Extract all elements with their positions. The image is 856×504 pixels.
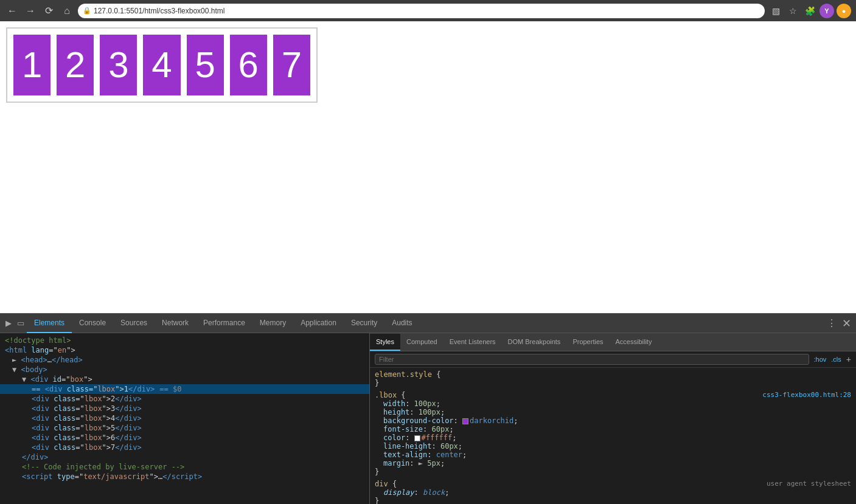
html-panel[interactable]: <!doctype html> <html lang="en"> ► <head… <box>0 333 370 504</box>
tab-application[interactable]: Application <box>293 314 344 333</box>
doctype-text: <!doctype html> <box>5 336 71 345</box>
html-lbox-4[interactable]: <div class="lbox">4</div> <box>0 413 369 423</box>
flex-item-3: 3 <box>100 35 137 95</box>
devtools-toolbar: ▶ ▭ Elements Console Sources Network Per… <box>0 314 856 333</box>
flex-item-2: 2 <box>57 35 94 95</box>
flex-container: 1 2 3 4 5 6 7 <box>6 27 318 103</box>
html-div-close[interactable]: </div> <box>0 452 369 462</box>
back-button[interactable]: ← <box>5 4 19 18</box>
styles-filter-input[interactable] <box>375 354 809 365</box>
styles-tabs: Styles Computed Event Listeners DOM Brea… <box>370 333 856 351</box>
tab-memory[interactable]: Memory <box>252 314 293 333</box>
tab-event-listeners[interactable]: Event Listeners <box>444 334 502 351</box>
css-line-height-prop: line-height <box>375 442 431 450</box>
tab-properties[interactable]: Properties <box>566 334 609 351</box>
hov-button[interactable]: :hov <box>814 356 827 363</box>
cls-button[interactable]: .cls <box>831 356 841 363</box>
tab-dom-breakpoints[interactable]: DOM Breakpoints <box>502 334 567 351</box>
tab-audits[interactable]: Audits <box>385 314 419 333</box>
browser-actions: ▧ ☆ 🧩 Y ● <box>768 4 851 18</box>
styles-content: element.style { } .lbox { css3-flexbox00… <box>370 368 856 504</box>
html-body[interactable]: ▼ <body> <box>0 365 369 375</box>
css-display-prop: display <box>375 488 414 497</box>
devtools-body: <!doctype html> <html lang="en"> ► <head… <box>0 333 856 504</box>
css-text-align-prop: text-align <box>375 450 427 459</box>
flex-item-7: 7 <box>273 35 310 95</box>
html-lbox-6[interactable]: <div class="lbox">6</div> <box>0 433 369 443</box>
tab-security[interactable]: Security <box>344 314 385 333</box>
address-bar[interactable]: 🔒 127.0.0.1:5501/html/css3-flexbox00.htm… <box>78 4 765 18</box>
css-bg-color-prop: background-color <box>375 416 454 425</box>
css-font-size-prop: font-size <box>375 425 423 433</box>
flex-item-4: 4 <box>143 35 180 95</box>
tab-network[interactable]: Network <box>155 314 196 333</box>
extensions-button[interactable]: 🧩 <box>802 4 817 18</box>
tab-elements[interactable]: Elements <box>27 314 72 333</box>
page-content: 1 2 3 4 5 6 7 <box>0 21 856 313</box>
flex-item-5: 5 <box>187 35 224 95</box>
security-icon: 🔒 <box>83 7 91 15</box>
screen-capture-button[interactable]: ▧ <box>768 4 783 18</box>
avatar-y[interactable]: Y <box>819 4 834 18</box>
html-lbox-3[interactable]: <div class="lbox">3</div> <box>0 404 369 413</box>
add-style-button[interactable]: + <box>846 354 851 364</box>
close-devtools-button[interactable]: ✕ <box>839 316 854 331</box>
div-selector: div <box>375 480 388 488</box>
html-script-tag[interactable]: <script type="text/javascript">…</script… <box>0 472 369 482</box>
html-head[interactable]: ► <head>…</head> <box>0 355 369 365</box>
element-style-rule: element.style { } <box>375 370 851 387</box>
html-lbox-7[interactable]: <div class="lbox">7</div> <box>0 443 369 452</box>
styles-filter-bar: :hov .cls + <box>370 351 856 368</box>
avatar-orange[interactable]: ● <box>837 4 851 18</box>
tab-console[interactable]: Console <box>72 314 113 333</box>
bg-color-swatch[interactable] <box>462 418 468 424</box>
html-lbox-1[interactable]: == <div class="lbox">1</div>== $0 <box>0 384 369 394</box>
bookmark-button[interactable]: ☆ <box>785 4 800 18</box>
tab-performance[interactable]: Performance <box>196 314 252 333</box>
device-toolbar-icon[interactable]: ▭ <box>15 317 27 330</box>
div-ua-rule: div { user agent stylesheet display: blo… <box>375 480 851 504</box>
tab-accessibility[interactable]: Accessibility <box>610 334 658 351</box>
element-style-selector: element.style <box>375 370 432 379</box>
css-source-link[interactable]: css3-flexbox00.html:28 <box>762 391 851 399</box>
css-margin-prop: margin <box>375 459 409 468</box>
html-tag: <html <box>5 346 31 354</box>
css-height-prop: height <box>375 408 409 416</box>
html-doctype[interactable]: <!doctype html> <box>0 336 369 345</box>
inspect-element-icon[interactable]: ▶ <box>2 317 15 330</box>
html-root[interactable]: <html lang="en"> <box>0 345 369 355</box>
html-div-box[interactable]: ▼ <div id="box"> <box>0 375 369 384</box>
lbox-rule: .lbox { css3-flexbox00.html:28 width: 10… <box>375 391 851 476</box>
url-display: 127.0.0.1:5501/html/css3-flexbox00.html <box>94 7 224 15</box>
flex-item-6: 6 <box>230 35 267 95</box>
ua-stylesheet-label: user agent stylesheet <box>767 480 851 488</box>
lbox-selector: .lbox <box>375 391 397 399</box>
color-swatch[interactable] <box>414 435 420 441</box>
browser-chrome: ← → ⟳ ⌂ 🔒 127.0.0.1:5501/html/css3-flexb… <box>0 0 856 21</box>
tab-styles[interactable]: Styles <box>370 334 400 351</box>
html-live-server-comment[interactable]: <!-- Code injected by live-server --> <box>0 462 369 472</box>
css-width-prop: width <box>375 399 405 408</box>
reload-button[interactable]: ⟳ <box>41 4 56 18</box>
styles-panel: Styles Computed Event Listeners DOM Brea… <box>370 333 856 504</box>
devtools-panel: ▶ ▭ Elements Console Sources Network Per… <box>0 313 856 504</box>
tab-sources[interactable]: Sources <box>113 314 155 333</box>
more-tools-button[interactable]: ⋮ <box>824 316 839 331</box>
css-color-prop: color <box>375 433 405 442</box>
home-button[interactable]: ⌂ <box>60 4 74 18</box>
tab-computed[interactable]: Computed <box>400 334 444 351</box>
forward-button[interactable]: → <box>23 4 38 18</box>
html-lbox-2[interactable]: <div class="lbox">2</div> <box>0 394 369 404</box>
html-lbox-5[interactable]: <div class="lbox">5</div> <box>0 423 369 433</box>
flex-item-1: 1 <box>13 35 50 95</box>
